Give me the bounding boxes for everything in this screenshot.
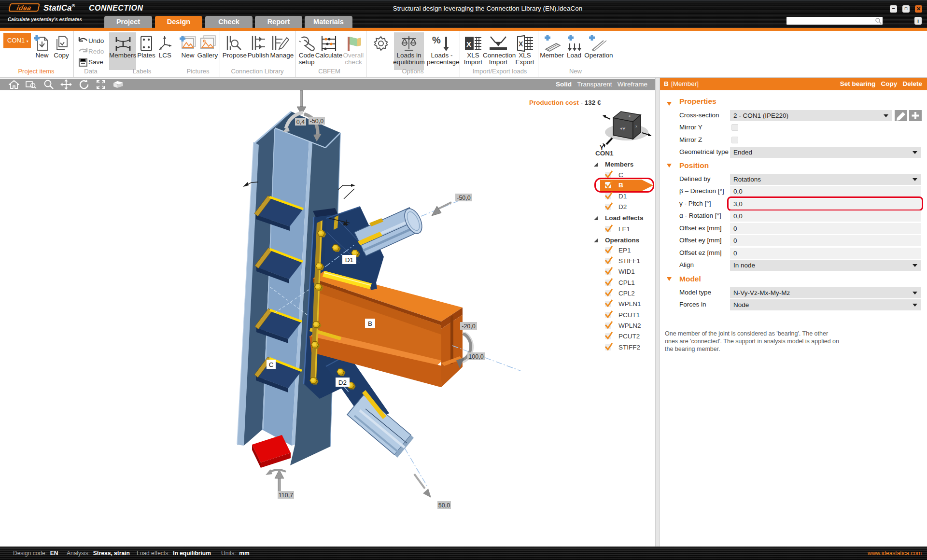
svg-text:100,0: 100,0 — [468, 353, 483, 360]
svg-text:x: x — [635, 124, 637, 128]
svg-text:%: % — [432, 35, 441, 45]
svg-text:C: C — [269, 361, 274, 368]
svg-text:-50,0: -50,0 — [457, 195, 471, 201]
svg-text:-50,0: -50,0 — [310, 118, 324, 125]
svg-text:+Y: +Y — [620, 126, 625, 131]
svg-text:-20,0: -20,0 — [462, 323, 476, 330]
svg-text:X: X — [466, 40, 471, 48]
svg-text:50,0: 50,0 — [438, 502, 450, 509]
svg-text:z: z — [629, 113, 631, 118]
svg-text:X: X — [519, 40, 523, 48]
svg-text:B: B — [368, 320, 372, 327]
svg-text:110,7: 110,7 — [279, 492, 293, 499]
svg-text:D1: D1 — [345, 256, 353, 264]
svg-text:0,4: 0,4 — [296, 119, 305, 126]
svg-text:D2: D2 — [338, 379, 347, 386]
